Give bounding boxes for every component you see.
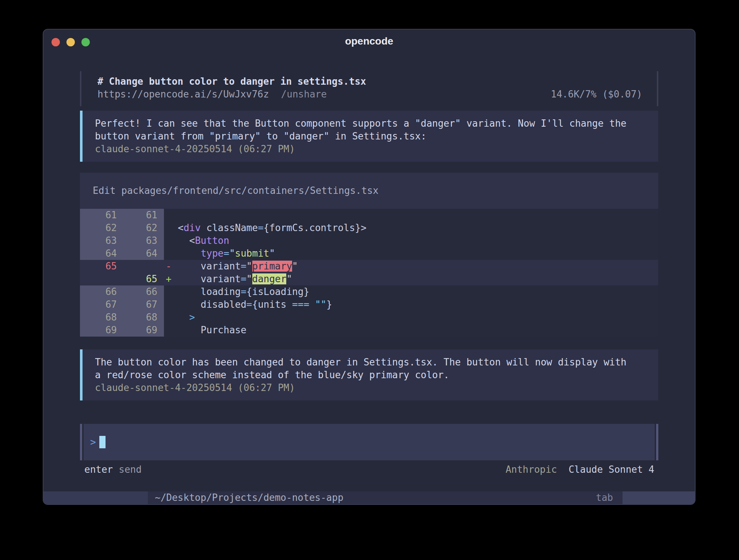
code-token: variant bbox=[178, 273, 241, 284]
new-line-number: 68 bbox=[123, 311, 164, 324]
message-text-line: a red/rose color scheme instead of the b… bbox=[95, 369, 647, 381]
diff-change-marker: + bbox=[164, 273, 175, 285]
new-line-number: 65 bbox=[123, 273, 164, 285]
code-token: " bbox=[229, 248, 235, 259]
code-token: < bbox=[178, 235, 195, 246]
old-line-number: 68 bbox=[80, 311, 123, 324]
diff-body: 61616262<div className={formCs.controls}… bbox=[80, 209, 658, 337]
code-token: > bbox=[189, 312, 195, 323]
new-line-number: 69 bbox=[123, 324, 164, 337]
code-token: div bbox=[184, 222, 201, 233]
line-number-gutter: 6262 bbox=[80, 222, 164, 234]
code-token: Button bbox=[195, 235, 229, 246]
message-model-timestamp: claude-sonnet-4-20250514 (06:27 PM) bbox=[95, 381, 647, 394]
code-token: = bbox=[223, 248, 229, 259]
code-token bbox=[178, 248, 201, 259]
code-token: " bbox=[292, 261, 298, 272]
new-line-number: 62 bbox=[123, 222, 164, 234]
diff-change-marker bbox=[164, 324, 175, 337]
tab-key-hint[interactable]: tab bbox=[596, 491, 613, 504]
code-token: = bbox=[258, 222, 264, 233]
message-text-line: Perfect! I can see that the Button compo… bbox=[95, 117, 647, 130]
code-token: variant bbox=[178, 261, 241, 272]
diff-change-marker bbox=[164, 222, 175, 234]
code-token: = bbox=[241, 261, 246, 272]
diff-row: 65- variant="primary" bbox=[80, 260, 658, 273]
diff-row: 6161 bbox=[80, 209, 658, 222]
line-number-gutter: 6767 bbox=[80, 298, 164, 311]
line-number-gutter: 6868 bbox=[80, 311, 164, 324]
old-line-number: 69 bbox=[80, 324, 123, 337]
diff-row: 65+ variant="danger" bbox=[80, 273, 658, 285]
old-line-number: 61 bbox=[80, 209, 123, 222]
session-header: # Change button color to danger in setti… bbox=[80, 71, 658, 106]
code-token: = bbox=[241, 273, 246, 284]
line-number-gutter: 65 bbox=[80, 260, 164, 273]
prompt-chevron: > bbox=[90, 436, 96, 449]
code-line: variant="primary" bbox=[175, 260, 298, 273]
line-number-gutter: 6666 bbox=[80, 285, 164, 298]
old-line-number: 66 bbox=[80, 285, 123, 298]
code-line: disabled={units === ""} bbox=[175, 298, 332, 311]
code-token bbox=[309, 299, 315, 310]
old-line-number bbox=[80, 273, 123, 285]
enter-key-hint: enter bbox=[84, 463, 113, 476]
code-token: {units bbox=[252, 299, 292, 310]
code-token: submit bbox=[235, 248, 269, 259]
hint-row: enter send Anthropic Claude Sonnet 4 bbox=[80, 463, 658, 476]
code-line: <div className={formCs.controls}> bbox=[175, 222, 367, 234]
mode-segment[interactable]: BUILD MODE bbox=[623, 491, 695, 504]
diff-change-marker: - bbox=[164, 260, 175, 273]
main-content: # Change button color to danger in setti… bbox=[43, 71, 695, 476]
session-title: # Change button color to danger in setti… bbox=[97, 75, 642, 88]
line-number-gutter: 65 bbox=[80, 273, 164, 285]
old-line-number: 65 bbox=[80, 260, 123, 273]
code-line: loading={isLoading} bbox=[175, 285, 309, 298]
old-line-number: 63 bbox=[80, 234, 123, 247]
code-line: Purchase bbox=[175, 324, 246, 337]
line-number-gutter: 6363 bbox=[80, 234, 164, 247]
diff-file-header: Edit packages/frontend/src/containers/Se… bbox=[80, 173, 658, 209]
diff-row: 6464 type="submit" bbox=[80, 247, 658, 260]
context-usage-stats: 14.6K/7% ($0.07) bbox=[551, 88, 642, 101]
old-line-number: 67 bbox=[80, 298, 123, 311]
removed-value-highlight: primary bbox=[252, 261, 292, 272]
app-version-segment: opencode v0.3.11 bbox=[43, 491, 148, 504]
diff-row: 6262<div className={formCs.controls}> bbox=[80, 222, 658, 234]
diff-row: 6868 > bbox=[80, 311, 658, 324]
message-model-timestamp: claude-sonnet-4-20250514 (06:27 PM) bbox=[95, 143, 647, 156]
assistant-message: The button color has been changed to dan… bbox=[80, 349, 658, 400]
code-token: className bbox=[201, 222, 258, 233]
input-right-border bbox=[656, 424, 658, 460]
code-line: > bbox=[175, 311, 195, 324]
code-token: = bbox=[241, 286, 246, 297]
message-text-line: button variant from "primary" to "danger… bbox=[95, 130, 647, 143]
new-line-number: 66 bbox=[123, 285, 164, 298]
code-token: loading bbox=[178, 286, 241, 297]
diff-change-marker bbox=[164, 209, 175, 222]
input-text-area[interactable]: > bbox=[84, 424, 655, 460]
code-token: = bbox=[246, 299, 252, 310]
new-line-number: 61 bbox=[123, 209, 164, 222]
code-token: < bbox=[178, 222, 184, 233]
message-text-line: The button color has been changed to dan… bbox=[95, 356, 647, 369]
new-line-number: 64 bbox=[123, 247, 164, 260]
unshare-command[interactable]: /unshare bbox=[281, 88, 327, 101]
share-url-link[interactable]: https://opencode.ai/s/UwJxv76z bbox=[97, 88, 269, 101]
code-token: " bbox=[246, 261, 252, 272]
code-token: {isLoading} bbox=[246, 286, 309, 297]
code-token bbox=[178, 312, 189, 323]
send-action-hint: send bbox=[119, 463, 142, 476]
opencode-terminal-window: opencode # Change button color to danger… bbox=[43, 29, 696, 505]
window-title: opencode bbox=[43, 35, 695, 47]
code-token: } bbox=[326, 299, 332, 310]
prompt-input[interactable]: > bbox=[80, 424, 658, 460]
diff-row: 6666 loading={isLoading} bbox=[80, 285, 658, 298]
diff-row: 6363 <Button bbox=[80, 234, 658, 247]
old-line-number: 62 bbox=[80, 222, 123, 234]
code-token: " bbox=[246, 273, 252, 284]
code-token: "" bbox=[315, 299, 326, 310]
code-token: {formCs.controls}> bbox=[264, 222, 367, 233]
model-name: Claude Sonnet 4 bbox=[568, 464, 654, 475]
diff-change-marker bbox=[164, 311, 175, 324]
